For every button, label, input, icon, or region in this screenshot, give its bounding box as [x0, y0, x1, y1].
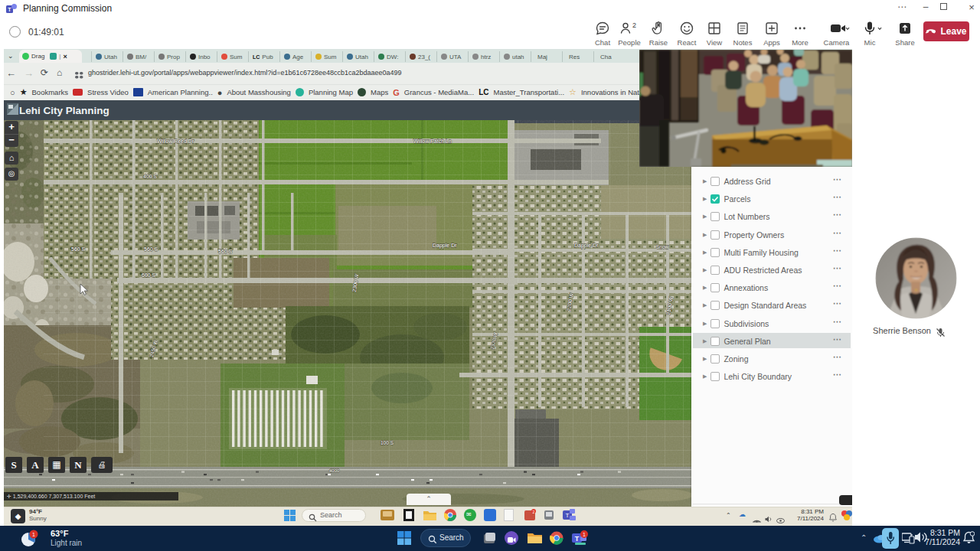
svg-text:T: T — [575, 535, 580, 543]
svg-text:1: 1 — [32, 532, 35, 537]
svg-text:2: 2 — [632, 21, 636, 29]
svg-text:T: T — [566, 512, 570, 519]
svg-text:1: 1 — [583, 532, 586, 537]
svg-text:2: 2 — [533, 510, 535, 514]
svg-text:T: T — [8, 7, 11, 12]
